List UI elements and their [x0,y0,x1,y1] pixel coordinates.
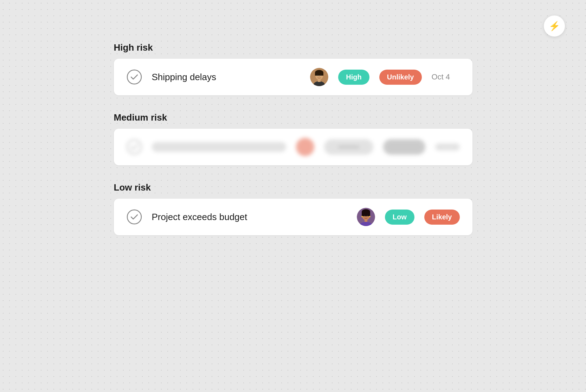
medium-risk-card[interactable] [114,129,472,165]
high-risk-card[interactable]: Shipping delays [114,59,472,95]
probability-badge[interactable]: Unlikely [379,70,422,85]
medium-risk-section: Medium risk [114,112,472,165]
svg-rect-6 [318,79,321,82]
high-risk-section: High risk Shipping delays [114,42,472,95]
lightning-icon: ⚡ [549,21,560,32]
svg-point-18 [364,215,365,216]
svg-point-0 [127,70,141,84]
medium-risk-title: Medium risk [114,112,472,123]
task-name: Project exceeds budget [152,212,347,223]
low-risk-title: Low risk [114,182,472,193]
task-check-icon [127,139,142,155]
svg-rect-15 [362,212,370,216]
priority-badge[interactable]: Low [385,210,414,225]
svg-point-8 [320,75,321,76]
blurred-avatar [296,138,314,156]
svg-point-22 [369,216,371,217]
svg-point-19 [367,215,368,216]
low-risk-section: Low risk Project exceeds budget [114,182,472,235]
svg-point-21 [361,216,363,217]
blurred-priority-badge [324,139,373,155]
high-risk-title: High risk [114,42,472,53]
svg-point-10 [127,140,141,154]
blurred-probability-badge [383,139,425,155]
user-avatar [357,208,375,226]
blurred-task-name [152,142,286,152]
low-risk-card[interactable]: Project exceeds budget [114,199,472,235]
svg-point-7 [317,75,318,76]
svg-rect-4 [315,73,323,76]
task-check-icon[interactable] [127,69,142,85]
due-date: Oct 4 [432,72,460,82]
svg-rect-17 [365,219,367,222]
task-name: Shipping delays [152,72,301,83]
svg-point-9 [319,76,320,77]
svg-point-11 [127,210,141,224]
probability-badge[interactable]: Likely [424,210,460,225]
user-avatar [310,68,328,86]
priority-badge[interactable]: High [338,70,369,85]
task-check-icon[interactable] [127,209,142,225]
blurred-date [435,143,460,150]
svg-point-20 [365,217,366,217]
main-container: High risk Shipping delays [65,0,522,273]
lightning-button[interactable]: ⚡ [544,15,565,37]
